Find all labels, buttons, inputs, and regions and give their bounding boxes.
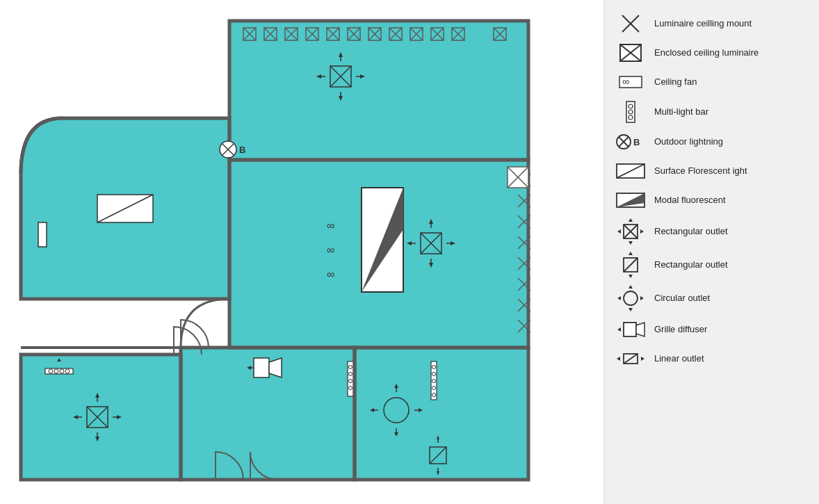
legend-item-enclosed-ceiling-luminaire: Enclosed ceiling luminaire (615, 42, 808, 64)
luminaire-ceiling-mount-label: Luminaire ceilling mount (654, 18, 752, 30)
ceiling-fan-label: Ceiling fan (654, 76, 697, 88)
svg-line-201 (624, 354, 638, 364)
surface-florescent-icon (615, 161, 646, 181)
svg-marker-186 (629, 275, 633, 278)
svg-marker-184 (629, 252, 633, 255)
multi-light-bar-label: Multi-light bar (654, 106, 708, 118)
svg-marker-203 (617, 357, 620, 361)
svg-rect-78 (38, 222, 47, 247)
legend-item-linear-outlet: Linear outlet (615, 348, 808, 370)
luminaire-ceiling-mount-icon (615, 13, 646, 34)
linear-outlet-label: Linear outlet (654, 353, 704, 365)
linear-outlet-icon (615, 348, 646, 369)
svg-marker-176 (629, 241, 633, 245)
rectangular-outlet-2-label: Rectangular outlet (654, 259, 728, 271)
svg-line-182 (624, 258, 638, 272)
svg-rect-117 (254, 358, 269, 377)
svg-rect-0 (229, 21, 528, 160)
legend-item-outdoor-lightning: B Outdoor lightning (615, 131, 808, 153)
svg-text:∞: ∞ (327, 220, 334, 231)
svg-marker-189 (629, 285, 633, 288)
svg-text:∞: ∞ (327, 268, 334, 280)
floor-plan: .room-fill { fill: #4ec8c8; stroke: #5a5… (0, 0, 603, 504)
grille-diffuser-label: Grille diffuser (654, 324, 707, 336)
legend-item-rectangular-outlet-1: Rectangular outlet (615, 218, 808, 245)
ceiling-fan-icon: ∞ (615, 74, 646, 90)
modal-fluorescent-icon (615, 190, 646, 210)
svg-marker-199 (617, 327, 621, 332)
svg-point-187 (624, 291, 638, 305)
svg-marker-193 (617, 296, 621, 300)
svg-text:B: B (633, 137, 640, 147)
outdoor-lightning-label: Outdoor lightning (654, 136, 723, 148)
rectangular-outlet-1-icon (615, 218, 646, 245)
modal-fluorescent-label: Modal fluorescent (654, 195, 726, 206)
svg-text:∞: ∞ (327, 244, 334, 256)
svg-marker-205 (641, 357, 644, 361)
legend-item-ceiling-fan: ∞ Ceiling fan (615, 71, 808, 93)
enclosed-ceiling-luminaire-label: Enclosed ceiling luminaire (654, 47, 759, 59)
svg-marker-191 (629, 308, 633, 311)
legend-item-rectangular-outlet-2: Rectangular outlet (615, 252, 808, 278)
svg-text:∞: ∞ (622, 76, 629, 87)
grille-diffuser-icon (615, 318, 646, 341)
rectangular-outlet-2-icon (615, 252, 646, 278)
multi-light-bar-icon (615, 100, 646, 124)
svg-marker-178 (617, 229, 621, 234)
outdoor-lightning-icon: B (615, 132, 646, 152)
enclosed-ceiling-luminaire-icon (615, 42, 646, 63)
svg-marker-180 (640, 229, 644, 234)
svg-rect-4 (355, 348, 528, 480)
svg-text:B: B (239, 145, 245, 155)
circular-outlet-icon (615, 285, 646, 311)
legend-item-multi-light-bar: Multi-light bar (615, 100, 808, 124)
surface-florescent-label: Surface Florescent ight (654, 165, 747, 177)
svg-marker-174 (629, 218, 633, 222)
svg-marker-195 (640, 296, 644, 300)
rectangular-outlet-1-label: Rectangular outlet (654, 226, 728, 238)
legend-item-luminaire-ceiling-mount: Luminaire ceilling mount (615, 13, 808, 35)
legend-item-grille-diffuser: Grille diffuser (615, 318, 808, 341)
legend-panel: Luminaire ceilling mount Enclosed ceilin… (603, 0, 819, 504)
svg-marker-197 (636, 323, 644, 336)
svg-rect-196 (624, 323, 636, 336)
circular-outlet-label: Circular outlet (654, 293, 710, 304)
legend-item-circular-outlet: Circular outlet (615, 285, 808, 311)
legend-item-modal-fluorescent: Modal fluorescent (615, 189, 808, 211)
legend-item-surface-florescent: Surface Florescent ight (615, 160, 808, 182)
